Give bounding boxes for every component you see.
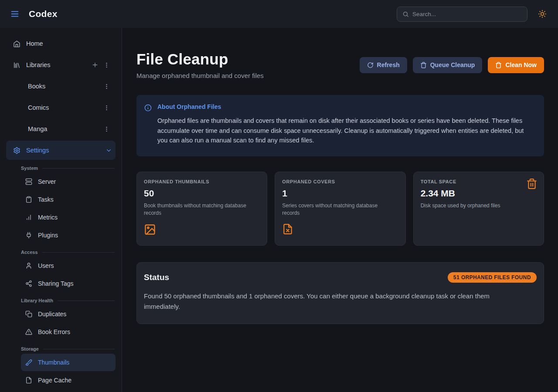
clean-now-button-label: Clean Now (505, 61, 537, 68)
delete-orphaned-files-button[interactable] (526, 178, 538, 189)
sidebar-item-tasks[interactable]: Tasks (21, 191, 116, 208)
sidebar-item-duplicates[interactable]: Duplicates (21, 305, 116, 323)
sidebar-item-metrics[interactable]: Metrics (21, 209, 116, 226)
info-panel-title: About Orphaned Files (157, 103, 535, 110)
sidebar-item-sharing-tags[interactable]: Sharing Tags (21, 275, 116, 292)
home-icon (13, 40, 20, 47)
sidebar-item-thumbnails[interactable]: Thumbnails (21, 354, 116, 371)
sidebar-item-label: Duplicates (38, 311, 66, 318)
add-library-button[interactable] (89, 59, 101, 71)
bar-chart-icon (25, 214, 32, 221)
sidebar-item-label: Tasks (38, 196, 54, 203)
file-x-icon (282, 223, 398, 235)
section-label: Storage (21, 346, 39, 351)
search-icon (402, 11, 409, 17)
sidebar-item-libraries[interactable]: Libraries (6, 55, 116, 74)
trash-icon (526, 178, 538, 189)
section-label: Access (21, 250, 38, 255)
sidebar-item-home[interactable]: Home (6, 34, 116, 53)
sidebar-item-label: Home (26, 40, 43, 47)
libraries-menu-button[interactable] (101, 59, 112, 71)
section-label: System (21, 166, 38, 171)
sun-icon (538, 10, 547, 18)
refresh-button[interactable]: Refresh (360, 57, 407, 73)
queue-cleanup-button-label: Queue Cleanup (430, 61, 475, 68)
plug-icon (25, 232, 32, 239)
comics-menu-button[interactable] (101, 102, 112, 113)
server-icon (25, 178, 32, 185)
kebab-icon (103, 105, 110, 111)
share-icon (25, 280, 32, 287)
app-title: Codex (29, 9, 58, 19)
page-actions: Refresh Queue Cleanup Clean Now (360, 57, 544, 73)
section-label: Library Health (21, 298, 53, 303)
stat-cards: ORPHANED THUMBNAILS 50 Book thumbnails w… (136, 172, 544, 246)
sidebar-item-label: Book Errors (38, 328, 70, 335)
plus-icon (92, 61, 99, 68)
sidebar-item-settings[interactable]: Settings (6, 141, 116, 160)
sidebar-item-plugins[interactable]: Plugins (21, 226, 116, 244)
warning-triangle-icon (25, 328, 32, 335)
sidebar-item-label: Sharing Tags (38, 280, 73, 287)
stat-label: ORPHANED COVERS (282, 179, 398, 184)
sidebar-item-label: Thumbnails (38, 359, 69, 366)
sidebar-section-library-health: Library Health (21, 298, 115, 303)
stat-description: Series covers without matching database … (282, 202, 387, 217)
main-content: File Cleanup Manage orphaned thumbnail a… (122, 28, 558, 392)
sidebar-item-label: Manga (28, 125, 47, 132)
clean-now-button[interactable]: Clean Now (488, 57, 544, 73)
user-icon (25, 262, 32, 269)
file-icon (25, 377, 32, 384)
sidebar-item-label: Plugins (38, 232, 58, 239)
page-title: File Cleanup (136, 51, 264, 68)
brush-icon (25, 359, 32, 366)
sidebar-section-system: System (21, 166, 115, 171)
stat-card-orphaned-covers: ORPHANED COVERS 1 Series covers without … (275, 172, 405, 246)
image-icon (144, 223, 260, 236)
refresh-icon (367, 62, 374, 68)
sidebar-item-users[interactable]: Users (21, 257, 116, 274)
kebab-icon (103, 62, 110, 68)
sidebar-item-comics[interactable]: Comics (6, 98, 116, 117)
sidebar-item-label: Comics (28, 104, 49, 111)
topbar: Codex (0, 0, 558, 28)
sidebar-item-page-cache[interactable]: Page Cache (21, 372, 116, 389)
sidebar-item-server[interactable]: Server (21, 173, 116, 190)
page-subtitle: Manage orphaned thumbnail and cover file… (136, 72, 264, 79)
stat-description: Disk space used by orphaned files (421, 202, 525, 210)
theme-toggle-button[interactable] (534, 6, 550, 22)
kebab-icon (103, 126, 110, 132)
trash-icon (420, 62, 427, 68)
sidebar-item-label: Users (38, 262, 54, 269)
info-panel: About Orphaned Files Orphaned files are … (136, 95, 544, 156)
manga-menu-button[interactable] (101, 123, 112, 135)
sidebar-section-access: Access (21, 250, 115, 255)
stat-card-total-space: TOTAL SPACE 2.34 MB Disk space used by o… (413, 172, 544, 246)
sidebar-item-label: Page Cache (38, 377, 71, 384)
sidebar-item-books[interactable]: Books (6, 77, 116, 96)
page-header-text: File Cleanup Manage orphaned thumbnail a… (136, 51, 264, 79)
search-box[interactable] (397, 7, 527, 22)
sidebar-section-storage: Storage (21, 346, 115, 351)
refresh-button-label: Refresh (377, 61, 400, 68)
sidebar-item-label: Metrics (38, 214, 58, 221)
search-input[interactable] (412, 11, 522, 17)
info-icon (144, 104, 152, 145)
sidebar-item-manga[interactable]: Manga (6, 119, 116, 139)
chevron-down-icon (105, 147, 112, 154)
hamburger-menu-button[interactable] (7, 6, 23, 22)
stat-value: 50 (144, 188, 260, 199)
stat-label: TOTAL SPACE (421, 179, 537, 184)
stat-card-orphaned-thumbnails: ORPHANED THUMBNAILS 50 Book thumbnails w… (136, 172, 267, 246)
copy-icon (25, 311, 32, 318)
books-menu-button[interactable] (101, 81, 112, 92)
stat-description: Book thumbnails without matching databas… (144, 202, 248, 217)
library-icon (13, 61, 20, 69)
sidebar-item-label: Books (28, 83, 45, 90)
sidebar: Home Libraries Books Comics (0, 28, 122, 392)
status-panel: Status 51 ORPHANED FILES FOUND Found 50 … (136, 262, 544, 324)
status-body: Found 50 orphaned thumbnails and 1 orpha… (144, 291, 519, 312)
sidebar-item-book-errors[interactable]: Book Errors (21, 323, 116, 341)
queue-cleanup-button[interactable]: Queue Cleanup (413, 57, 483, 73)
status-title: Status (144, 273, 169, 282)
